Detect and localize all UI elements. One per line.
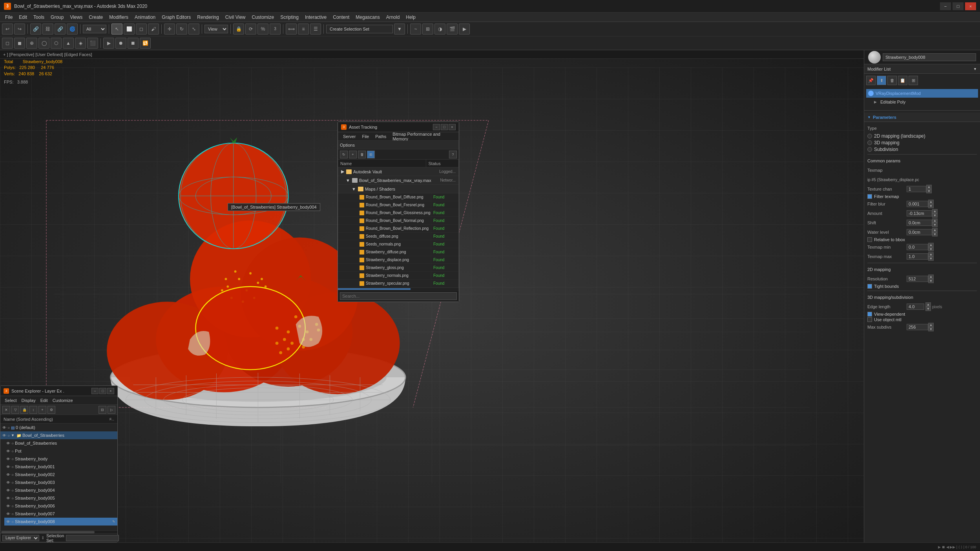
at-file-seeds-diffuse[interactable]: Seeds_diffuse.png Found [338, 233, 459, 240]
at-main-file-expand[interactable]: ▼ [346, 178, 350, 183]
se-item-sb002-eye2[interactable]: ○ [11, 473, 14, 477]
se-item-sb008-eye2[interactable]: ○ [11, 520, 14, 524]
at-file-strawberry-diffuse[interactable]: Strawberry_diffuse.png Found [338, 248, 459, 256]
close-button[interactable]: × [965, 2, 976, 10]
at-close-button[interactable]: × [449, 124, 456, 130]
se-close-button[interactable]: × [107, 388, 114, 394]
menu-edit[interactable]: Edit [16, 14, 30, 21]
texture-chan-up[interactable]: ▲ [926, 185, 932, 189]
at-file-strawberry-specular[interactable]: Strawberry_specular.png Found [338, 280, 459, 287]
texmap-min-input[interactable] [907, 244, 928, 250]
at-menu-server[interactable]: Server [340, 133, 359, 140]
menu-civil-view[interactable]: Civil View [222, 14, 249, 21]
se-item-sb003-eye1[interactable]: 👁 [6, 480, 10, 485]
align-button[interactable]: ≡ [298, 24, 309, 35]
tight-bounds-row[interactable]: Tight bounds [867, 284, 977, 289]
object-name-input[interactable] [883, 53, 976, 61]
type-2d-radio-dot[interactable] [867, 134, 872, 138]
se-btn-sync[interactable]: ↕ [29, 406, 37, 414]
at-file-round-gloss[interactable]: Round_Brown_Bowl_Glossiness.png Found [338, 209, 459, 217]
relative-bbox-row[interactable]: Relative to bbox [867, 237, 977, 242]
mod-btn-paste[interactable]: ⊞ [909, 76, 918, 85]
render-setup-button[interactable]: 🎬 [447, 24, 458, 35]
se-item-bowl-eye2[interactable]: ○ [7, 433, 10, 438]
se-item-bowl-of-strawberries[interactable]: 👁 ○ Bowl_of_Strawberries [4, 439, 117, 447]
modifier-list-dropdown-arrow[interactable]: ▼ [973, 67, 977, 71]
at-main-file[interactable]: ▼ Bowl_of_Strawberries_max_vray.max Netw… [338, 176, 459, 185]
se-btn-funnel[interactable]: ▽ [11, 406, 19, 414]
at-file-round-reflection[interactable]: Round_Brown_Bowl_Reflection.png Found [338, 225, 459, 233]
at-btn-grid[interactable]: ⊞ [367, 151, 375, 158]
se-item-strawberry-body[interactable]: 👁 ○ Strawberry_body [4, 455, 117, 463]
resolution-down[interactable]: ▼ [928, 279, 934, 283]
angle-snap[interactable]: ⟳ [245, 24, 256, 35]
se-item-sb003-eye2[interactable]: ○ [11, 480, 14, 485]
type-3d-radio-dot[interactable] [867, 140, 872, 145]
menu-rendering[interactable]: Rendering [194, 14, 222, 21]
at-vault-expand[interactable]: ▶ [341, 169, 344, 174]
se-item-sb007-eye1[interactable]: 👁 [6, 512, 10, 516]
create-selection-set-input[interactable] [326, 25, 393, 33]
at-menu-bitmap[interactable]: Bitmap Performance and Memory [389, 131, 457, 142]
at-menu-file[interactable]: File [359, 133, 372, 140]
at-maps-expand[interactable]: ▼ [352, 187, 356, 191]
at-file-strawberry-displace[interactable]: Strawberry_displace.png Found [338, 256, 459, 264]
at-btn-help[interactable]: ? [449, 151, 457, 158]
filter-blur-input[interactable] [907, 201, 928, 207]
se-item-sb001[interactable]: 👁 ○ Strawberry_body001 [4, 463, 117, 471]
undo-button[interactable]: ↩ [2, 24, 13, 35]
modifier-editable-poly[interactable]: ▶ Editable Poly [866, 98, 978, 106]
se-btn-right[interactable]: ▷ [108, 406, 115, 414]
amount-input[interactable] [907, 210, 932, 216]
modifier-expand-arrow[interactable]: ▶ [874, 100, 877, 104]
tb2-loop[interactable]: 🔁 [140, 38, 151, 49]
se-item-sb006[interactable]: 👁 ○ Strawberry_body006 [4, 502, 117, 510]
snap-toggle[interactable]: 🔒 [233, 24, 244, 35]
se-item-sb-eye2[interactable]: ○ [11, 457, 14, 461]
create-selection-set-button[interactable]: ▼ [394, 24, 405, 35]
type-2d-radio[interactable]: 2D mapping (landscape) [867, 133, 977, 139]
menu-views[interactable]: Views [67, 14, 86, 21]
percent-snap[interactable]: % [257, 24, 268, 35]
max-subdivs-input[interactable] [907, 324, 928, 330]
type-subdiv-radio-dot[interactable] [867, 147, 872, 152]
se-item-sb007[interactable]: 👁 ○ Strawberry_body007 [4, 510, 117, 518]
se-item-pot[interactable]: 👁 ○ Pot [4, 447, 117, 455]
mod-btn-move[interactable]: ⬆ [877, 76, 886, 85]
spacewarp-button[interactable]: 🌀 [67, 24, 78, 35]
se-maximize-button[interactable]: □ [99, 388, 106, 394]
menu-megascans[interactable]: Megascans [352, 14, 383, 21]
se-item-bos-eye2[interactable]: ○ [11, 441, 14, 446]
select-paint-button[interactable]: 🖌 [148, 24, 159, 35]
type-3d-radio[interactable]: 3D mapping [867, 140, 977, 145]
se-item-sb004[interactable]: 👁 ○ Strawberry_body004 [4, 486, 117, 494]
se-item-sb007-eye2[interactable]: ○ [11, 512, 14, 516]
se-item-bowl-expand[interactable]: ▼ [11, 433, 15, 437]
tb2-stop[interactable]: ⏹ [128, 38, 139, 49]
redo-button[interactable]: ↪ [14, 24, 25, 35]
mirror-button[interactable]: ⟺ [286, 24, 297, 35]
relative-bbox-checkbox[interactable] [867, 237, 872, 242]
menu-group[interactable]: Group [47, 14, 67, 21]
scene-explorer-title-bar[interactable]: 3 Scene Explorer - Layer Ex . − □ × [0, 386, 117, 396]
spinner-snap[interactable]: 3 [270, 24, 281, 35]
tb2-btn5[interactable]: ⬡ [51, 38, 62, 49]
edge-length-up[interactable]: ▲ [925, 302, 931, 307]
select-lasso-button[interactable]: ◻ [136, 24, 147, 35]
at-minimize-button[interactable]: − [433, 124, 440, 130]
se-btn-add[interactable]: + [38, 406, 46, 414]
water-level-up[interactable]: ▲ [932, 228, 938, 232]
se-layer-dropdown[interactable]: Layer Explorer [2, 535, 39, 541]
resolution-input[interactable] [907, 276, 928, 282]
se-item-sb006-eye2[interactable]: ○ [11, 504, 14, 508]
se-menu-select[interactable]: Select [2, 397, 19, 404]
select-region-button[interactable]: ⬜ [124, 24, 135, 35]
amount-up[interactable]: ▲ [932, 209, 938, 213]
menu-file[interactable]: File [2, 14, 16, 21]
menu-help[interactable]: Help [403, 14, 419, 21]
at-btn-delete[interactable]: 🗑 [358, 151, 366, 158]
params-expand-arrow[interactable]: ▼ [867, 115, 871, 119]
tb2-btn6[interactable]: ▲ [63, 38, 74, 49]
tight-bounds-checkbox[interactable] [867, 284, 872, 289]
material-editor-button[interactable]: ◑ [434, 24, 445, 35]
